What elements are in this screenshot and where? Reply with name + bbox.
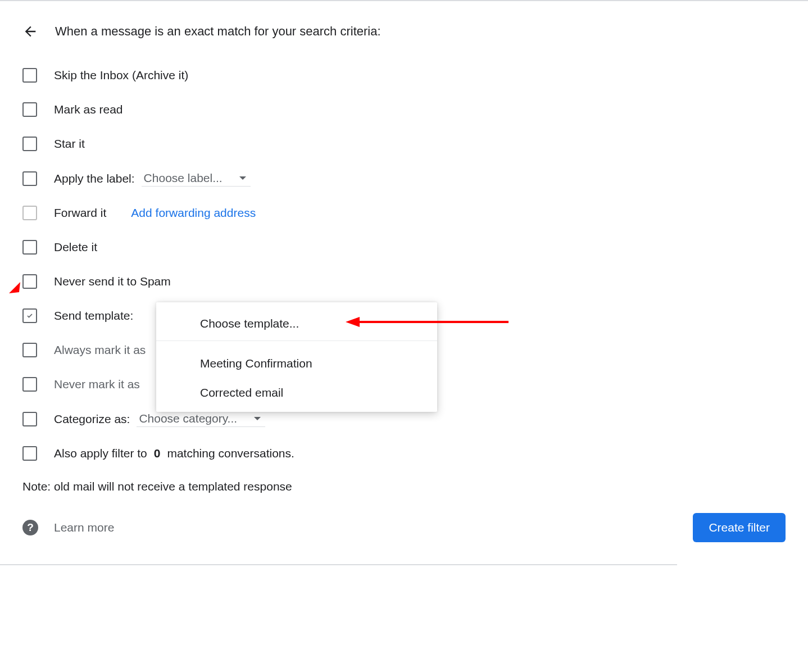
option-never-spam: Never send it to Spam bbox=[22, 274, 786, 289]
label-also-apply-count: 0 bbox=[154, 447, 161, 460]
header-title: When a message is an exact match for you… bbox=[55, 24, 381, 39]
link-add-forwarding[interactable]: Add forwarding address bbox=[131, 206, 256, 220]
checkbox-delete[interactable] bbox=[22, 240, 37, 255]
annotation-arrow-left bbox=[3, 276, 22, 296]
label-star: Star it bbox=[54, 137, 85, 151]
help-row: ? Learn more bbox=[22, 520, 114, 535]
checkbox-mark-read[interactable] bbox=[22, 102, 37, 117]
label-never-spam: Never send it to Spam bbox=[54, 275, 171, 288]
checkbox-skip-inbox[interactable] bbox=[22, 68, 37, 83]
checkbox-also-apply[interactable] bbox=[22, 446, 37, 461]
bottom-divider bbox=[0, 564, 677, 565]
select-choose-category[interactable]: Choose category... bbox=[137, 411, 265, 427]
caret-down-icon bbox=[239, 176, 246, 180]
filter-dialog: When a message is an exact match for you… bbox=[0, 1, 808, 565]
option-star: Star it bbox=[22, 136, 786, 152]
checkbox-apply-label[interactable] bbox=[22, 171, 37, 186]
option-skip-inbox: Skip the Inbox (Archive it) bbox=[22, 67, 786, 83]
svg-marker-2 bbox=[9, 282, 20, 293]
caret-down-icon bbox=[254, 417, 261, 420]
dropdown-item-meeting[interactable]: Meeting Confirmation bbox=[156, 349, 437, 378]
checkbox-star[interactable] bbox=[22, 137, 37, 151]
help-icon[interactable]: ? bbox=[22, 520, 38, 535]
label-skip-inbox: Skip the Inbox (Archive it) bbox=[54, 69, 188, 82]
back-arrow-icon[interactable] bbox=[22, 24, 38, 39]
label-also-apply: Also apply filter to 0 matching conversa… bbox=[54, 447, 294, 460]
label-forward-text: Forward it bbox=[54, 206, 106, 220]
footer: ? Learn more Create filter bbox=[22, 513, 786, 542]
select-choose-label[interactable]: Choose label... bbox=[142, 170, 251, 187]
label-forward: Forward it Add forwarding address bbox=[54, 206, 256, 220]
label-also-apply-prefix: Also apply filter to bbox=[54, 447, 147, 460]
checkbox-forward[interactable] bbox=[22, 206, 37, 220]
checkbox-categorize[interactable] bbox=[22, 412, 37, 426]
select-choose-category-text: Choose category... bbox=[139, 412, 237, 425]
label-also-apply-suffix: matching conversations. bbox=[167, 447, 294, 460]
label-delete: Delete it bbox=[54, 240, 97, 254]
checkbox-never-important[interactable] bbox=[22, 377, 37, 392]
select-choose-label-text: Choose label... bbox=[144, 171, 223, 185]
svg-marker-1 bbox=[346, 317, 360, 327]
checkbox-never-spam[interactable] bbox=[22, 274, 37, 289]
annotation-arrow-right bbox=[346, 314, 514, 330]
label-categorize-text: Categorize as: bbox=[54, 412, 130, 426]
label-apply-label-text: Apply the label: bbox=[54, 172, 135, 185]
label-categorize: Categorize as: Choose category... bbox=[54, 411, 265, 427]
dropdown-item-corrected[interactable]: Corrected email bbox=[156, 378, 437, 407]
note-text: Note: old mail will not receive a templa… bbox=[22, 480, 786, 493]
label-apply-label: Apply the label: Choose label... bbox=[54, 170, 251, 187]
checkbox-always-important[interactable] bbox=[22, 343, 37, 357]
label-send-template: Send template: bbox=[54, 309, 133, 323]
option-delete: Delete it bbox=[22, 239, 786, 255]
option-also-apply: Also apply filter to 0 matching conversa… bbox=[22, 446, 786, 461]
label-always-important: Always mark it as bbox=[54, 343, 152, 357]
option-forward: Forward it Add forwarding address bbox=[22, 205, 786, 221]
option-mark-read: Mark as read bbox=[22, 102, 786, 117]
link-learn-more[interactable]: Learn more bbox=[54, 521, 114, 534]
label-never-important: Never mark it as bbox=[54, 378, 152, 391]
header: When a message is an exact match for you… bbox=[22, 24, 786, 39]
label-mark-read: Mark as read bbox=[54, 103, 123, 116]
create-filter-button[interactable]: Create filter bbox=[693, 513, 786, 542]
option-apply-label: Apply the label: Choose label... bbox=[22, 170, 786, 187]
option-categorize: Categorize as: Choose category... bbox=[22, 411, 786, 427]
checkbox-send-template[interactable] bbox=[22, 308, 37, 323]
